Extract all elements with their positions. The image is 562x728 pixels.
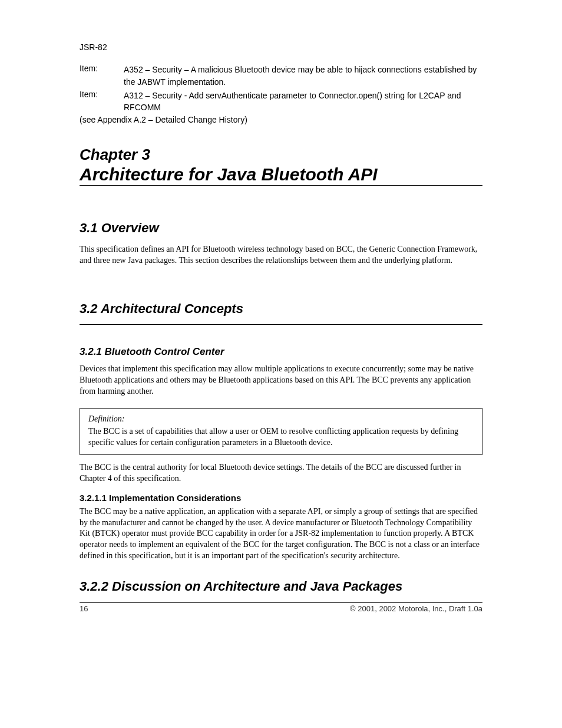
item-label-2: Item:: [80, 90, 124, 114]
bcc-paragraph-2: The BCC is the central authority for loc…: [80, 462, 482, 485]
definition-text: The BCC is a set of capabilities that al…: [88, 426, 474, 449]
footer-page-number: 16: [80, 604, 88, 613]
rule-under-discussion: [80, 602, 482, 603]
bcc-paragraph-1: Devices that implement this specificatio…: [80, 364, 482, 397]
rule-under-chapter: [80, 185, 482, 186]
item-label-1: Item:: [80, 64, 124, 88]
heading-considerations: 3.2.1.1 Implementation Considerations: [80, 493, 482, 503]
backreference-text: (see Appendix A.2 – Detailed Change Hist…: [80, 115, 482, 124]
running-header: JSR-82: [80, 41, 482, 53]
rule-under-concepts: [80, 324, 482, 325]
definition-box: Definition: The BCC is a set of capabili…: [80, 408, 482, 455]
footer-copyright: © 2001, 2002 Motorola, Inc., Draft 1.0a: [350, 604, 482, 613]
heading-concepts: 3.2 Architectural Concepts: [80, 301, 482, 318]
considerations-paragraph: The BCC may be a native application, an …: [80, 506, 482, 562]
chapter-label: Chapter 3: [80, 146, 482, 164]
overview-paragraph: This specification defines an API for Bl…: [80, 244, 482, 266]
definition-label: Definition:: [88, 414, 474, 424]
heading-overview: 3.1 Overview: [80, 220, 482, 237]
item-text-2: A312 – Security - Add servAuthenticate p…: [124, 90, 482, 114]
chapter-title: Architecture for Java Bluetooth API: [80, 164, 482, 185]
item-text-1: A352 – Security – A malicious Bluetooth …: [124, 64, 482, 88]
heading-bcc: 3.2.1 Bluetooth Control Center: [80, 346, 482, 358]
heading-discussion: 3.2.2 Discussion on Architecture and Jav…: [80, 578, 482, 595]
